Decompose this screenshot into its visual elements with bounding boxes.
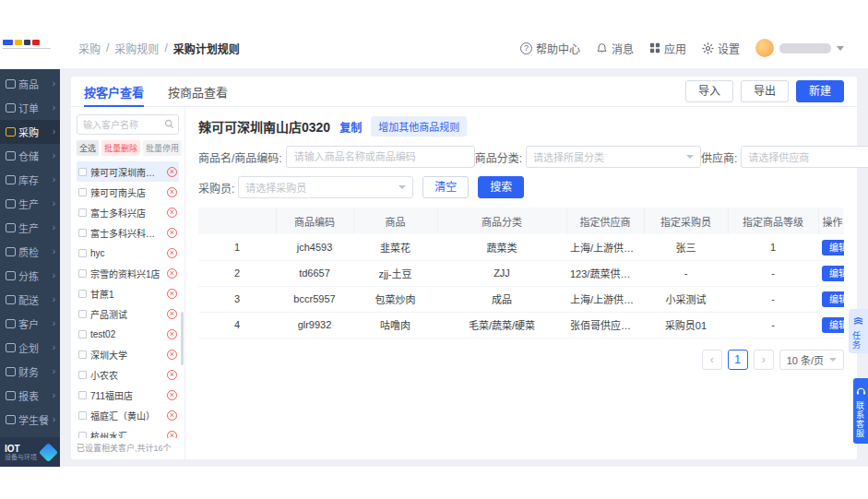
customer-checkbox[interactable]: [78, 269, 87, 278]
page-size-select[interactable]: 10 条/页: [779, 350, 844, 370]
customer-checkbox[interactable]: [78, 432, 87, 439]
sidebar-item[interactable]: 分拣 ›: [0, 264, 60, 288]
customer-checkbox[interactable]: [78, 411, 87, 420]
page-number-button[interactable]: 1: [728, 350, 748, 370]
customer-checkbox[interactable]: [78, 168, 87, 176]
sidebar-item[interactable]: 采购 ›: [0, 120, 60, 144]
remove-customer-icon[interactable]: ×: [167, 289, 177, 299]
chevron-right-icon: ›: [53, 295, 55, 304]
table-header-cell: 操作: [818, 208, 844, 234]
remove-customer-icon[interactable]: ×: [167, 329, 177, 339]
customer-list-item[interactable]: 杭州水汇 ×: [77, 425, 179, 438]
logo-fragment: [15, 40, 22, 45]
sidebar-item[interactable]: 库存 ›: [0, 168, 60, 192]
customer-checkbox[interactable]: [78, 391, 87, 399]
create-button[interactable]: 新建: [796, 80, 844, 102]
customer-checkbox[interactable]: [78, 350, 87, 359]
cell-actions: 编辑 删除: [818, 286, 844, 312]
sidebar-item[interactable]: 订单 ›: [0, 96, 60, 120]
sidebar-item[interactable]: 财务 ›: [0, 360, 60, 384]
sidebar-item[interactable]: 企划 ›: [0, 336, 60, 360]
customer-list-item[interactable]: test02 ×: [77, 324, 179, 344]
remove-customer-icon[interactable]: ×: [167, 309, 177, 319]
sidebar-item[interactable]: 学生餐 ›: [0, 408, 60, 432]
rule-detail: 辣可可深圳南山店0320 复制 增加其他商品规则 商品名/商品编码: 商品分类:…: [185, 107, 857, 459]
customer-checkbox[interactable]: [78, 188, 87, 196]
remove-customer-icon[interactable]: ×: [167, 248, 177, 258]
clear-button[interactable]: 清空: [422, 176, 469, 198]
remove-customer-icon[interactable]: ×: [167, 228, 177, 238]
select-all-button[interactable]: 全选: [77, 140, 99, 156]
remove-customer-icon[interactable]: ×: [167, 208, 177, 218]
apps-button[interactable]: 应用: [649, 41, 686, 56]
sidebar-item[interactable]: 生产 ›: [0, 192, 60, 216]
remove-customer-icon[interactable]: ×: [167, 410, 177, 421]
cell-product-code: jch4593: [276, 234, 353, 260]
module-icon: [6, 175, 16, 184]
edit-button[interactable]: 编辑: [822, 240, 844, 255]
add-product-rule-button[interactable]: 增加其他商品规则: [371, 116, 467, 137]
customer-list-item[interactable]: 辣可可南头店 ×: [77, 182, 179, 202]
remove-customer-icon[interactable]: ×: [167, 431, 177, 439]
sidebar-item[interactable]: 配送 ›: [0, 288, 60, 312]
batch-disable-button[interactable]: 批量停用: [143, 140, 182, 156]
settings-button[interactable]: 设置: [702, 41, 740, 56]
help-center-button[interactable]: ? 帮助中心: [520, 41, 580, 56]
sidebar-item[interactable]: 仓储 ›: [0, 144, 60, 168]
supplier-select[interactable]: 请选择供应商: [741, 146, 868, 168]
customer-list-item[interactable]: 产品测试 ×: [77, 303, 179, 324]
contact-support-button[interactable]: 联系客服: [853, 378, 868, 444]
buyer-select[interactable]: 请选择采购员: [238, 176, 413, 198]
remove-customer-icon[interactable]: ×: [167, 370, 177, 380]
prev-page-button[interactable]: ‹: [702, 350, 722, 370]
edit-button[interactable]: 编辑: [822, 317, 844, 333]
customer-list-item[interactable]: 甘蔗1 ×: [77, 283, 179, 303]
customer-checkbox[interactable]: [78, 249, 87, 257]
customer-list-item[interactable]: 小农农 ×: [77, 364, 179, 385]
customer-checkbox[interactable]: [78, 330, 87, 339]
customer-list-item[interactable]: 711福田店 ×: [77, 385, 179, 405]
customer-list-item[interactable]: 宗雪的资料兴1店 ×: [77, 263, 179, 283]
remove-customer-icon[interactable]: ×: [167, 167, 177, 177]
customer-list-item[interactable]: 富士多科兴店 ×: [77, 202, 179, 222]
customer-list-item[interactable]: hyc ×: [77, 243, 179, 263]
tab-by-product[interactable]: 按商品查看: [168, 77, 228, 106]
messages-button[interactable]: 消息: [596, 41, 634, 56]
task-widget-button[interactable]: 任务: [849, 309, 868, 353]
customer-list-item[interactable]: 深圳大学 ×: [77, 344, 179, 364]
remove-customer-icon[interactable]: ×: [167, 187, 177, 197]
breadcrumb-purchase[interactable]: 采购: [78, 41, 101, 56]
sidebar-item[interactable]: 报表 ›: [0, 384, 60, 408]
user-menu[interactable]: [755, 39, 844, 57]
product-name-input[interactable]: [286, 146, 475, 168]
customer-checkbox[interactable]: [78, 371, 87, 379]
remove-customer-icon[interactable]: ×: [167, 350, 177, 360]
tab-by-customer[interactable]: 按客户查看: [84, 77, 144, 106]
table-header-cell: 指定采购员: [644, 208, 728, 234]
breadcrumb-purchase-rules[interactable]: 采购规则: [114, 41, 159, 56]
search-button[interactable]: 搜索: [478, 176, 524, 198]
customer-list-scrollbar[interactable]: [181, 312, 184, 365]
sidebar-item[interactable]: 生产 ›: [0, 216, 60, 240]
sidebar-footer-iot[interactable]: IOT 设备与环境: [0, 437, 60, 467]
export-button[interactable]: 导出: [741, 80, 789, 102]
copy-button[interactable]: 复制: [339, 119, 362, 135]
customer-checkbox[interactable]: [78, 290, 87, 298]
customer-checkbox[interactable]: [78, 310, 87, 318]
sidebar-item[interactable]: 商品 ›: [0, 72, 60, 96]
customer-list-item[interactable]: 富士多科兴科学园2号1120 ×: [77, 222, 179, 243]
customer-checkbox[interactable]: [78, 208, 87, 217]
import-button[interactable]: 导入: [685, 80, 733, 102]
edit-button[interactable]: 编辑: [822, 291, 844, 307]
sidebar-item[interactable]: 客户 ›: [0, 312, 60, 336]
batch-delete-button[interactable]: 批量删除: [101, 140, 140, 156]
customer-checkbox[interactable]: [78, 229, 87, 237]
next-page-button[interactable]: ›: [754, 350, 774, 370]
category-select[interactable]: 请选择所属分类: [526, 146, 701, 168]
remove-customer-icon[interactable]: ×: [167, 390, 177, 400]
customer-list-item[interactable]: 辣可可深圳南山店0320 ×: [77, 161, 179, 182]
remove-customer-icon[interactable]: ×: [167, 268, 177, 279]
sidebar-item[interactable]: 质检 ›: [0, 240, 60, 264]
edit-button[interactable]: 编辑: [822, 266, 844, 281]
customer-list-item[interactable]: 福庭汇（黄山） ×: [77, 405, 179, 425]
